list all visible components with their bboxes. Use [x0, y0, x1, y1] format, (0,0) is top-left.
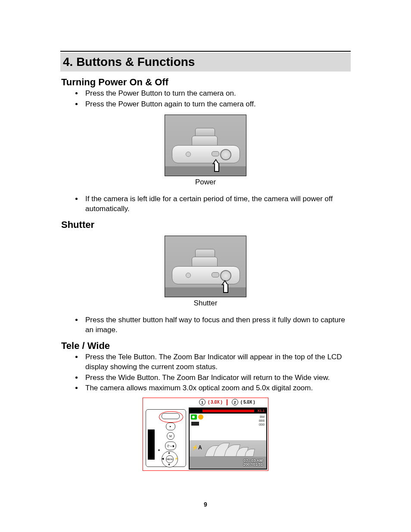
list-item: Press the shutter button half way to foc…	[83, 315, 351, 335]
label-1-value: ( 3.0X )	[208, 400, 222, 404]
shutter-button-icon	[220, 149, 231, 160]
flash-auto-icon: ⚡A	[192, 445, 202, 451]
led-icon	[158, 449, 160, 451]
dpad-right-icon: ⚡	[174, 457, 178, 460]
lcd-date: 2007/01/31	[243, 463, 263, 467]
list-item: Press the Power Button to turn the camer…	[83, 89, 351, 99]
power-button-icon	[212, 151, 219, 156]
camera-back-outline: ▸ M ⏱ ▸/∎ MENU ▲ ▼ ◀ ⚡	[146, 409, 186, 467]
dpad-left-icon: ◀	[162, 457, 164, 460]
telewide-bullets: Press the Tele Button. The Zoom Bar Indi…	[60, 352, 351, 394]
shutter-bullets: Press the shutter button half way to foc…	[60, 315, 351, 335]
zoom-bar-icon	[202, 410, 254, 412]
list-item: The camera allows maximum 3.0x optical z…	[83, 383, 351, 393]
list-item: Press the Power Button again to turn the…	[83, 100, 351, 109]
lcd-datetime: 07 : 03 AM 2007/01/31	[243, 459, 263, 467]
figure-power: Power	[60, 115, 351, 187]
camera-top-view	[165, 236, 246, 297]
lcd-preview: X1.1 ⚡A 8M 888 000 07 : 03 AM 2007/01/31	[189, 408, 267, 470]
marker-icon	[225, 399, 229, 405]
counter-value: 000	[259, 423, 265, 427]
label-1-icon: 1	[199, 399, 206, 405]
play-button-icon: ▸	[166, 423, 175, 430]
figure-caption: Shutter	[60, 299, 351, 308]
section-title-box: 4. Buttons & Functions	[60, 53, 351, 72]
timer-button-icon: ⏱ ▸/∎	[165, 442, 176, 450]
dpad-down-icon: ▼	[168, 463, 171, 466]
label-2-value: ( 5.0X )	[241, 400, 255, 404]
heading-shutter: Shutter	[61, 219, 351, 230]
heading-power: Turning Power On & Off	[61, 77, 351, 88]
zoom-rocker-icon	[162, 413, 180, 419]
battery-icon	[191, 421, 199, 426]
arrow-up-icon	[213, 159, 219, 172]
section-title: 4. Buttons & Functions	[63, 55, 349, 69]
top-rule	[60, 51, 351, 52]
list-item: Press the Wide Button. The Zoom Bar Indi…	[83, 373, 351, 383]
camera-top-view	[165, 115, 246, 176]
power-post-bullets: If the camera is left idle for a certain…	[60, 194, 351, 214]
list-item: Press the Tele Button. The Zoom Bar Indi…	[83, 352, 351, 372]
heading-tele-wide: Tele / Wide	[61, 340, 351, 352]
figure-shutter: Shutter	[60, 236, 351, 308]
document-page: 4. Buttons & Functions Turning Power On …	[0, 0, 411, 532]
mode-button-icon: M	[167, 432, 174, 440]
camera-mode-icon	[191, 414, 197, 420]
figure-caption: Power	[60, 178, 351, 187]
arrow-up-icon	[222, 280, 228, 293]
power-bullets: Press the Power Button to turn the camer…	[60, 89, 351, 109]
lcd-right-info: 8M 888 000	[259, 415, 265, 426]
figure-tele-wide: 1 ( 3.0X ) 2 ( 5.0X ) ▸ M ⏱ ▸/∎ MENU ▲ ▼…	[143, 398, 268, 471]
face-icon	[198, 414, 203, 420]
zoom-value: X1.1	[258, 409, 265, 413]
list-item: If the camera is left idle for a certain…	[83, 194, 351, 214]
page-number: 9	[0, 501, 411, 508]
zoom-labels: 1 ( 3.0X ) 2 ( 5.0X )	[199, 399, 255, 405]
dpad-up-icon: ▲	[168, 451, 171, 454]
label-2-icon: 2	[232, 399, 238, 405]
